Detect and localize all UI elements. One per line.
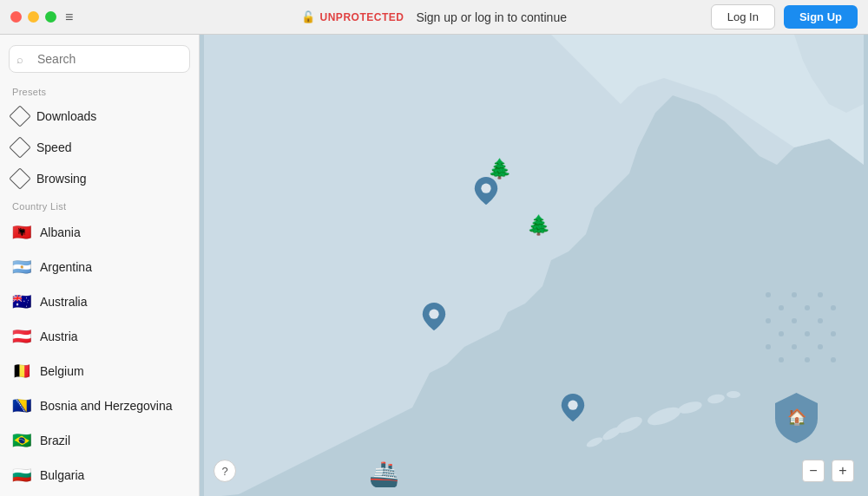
- unprotected-badge: 🔓 UNPROTECTED: [301, 10, 404, 23]
- preset-browsing[interactable]: Browsing: [0, 163, 199, 194]
- map-svg: [200, 35, 868, 496]
- svg-point-15: [792, 318, 797, 323]
- tree-icon-2: 🌲: [527, 214, 550, 237]
- country-item[interactable]: 🇦🇷Argentina: [0, 250, 199, 284]
- country-item[interactable]: 🇦🇱Albania: [0, 215, 199, 250]
- svg-point-9: [779, 305, 784, 310]
- close-button[interactable]: [10, 11, 22, 23]
- svg-point-18: [766, 344, 771, 349]
- preset-downloads-label: Downloads: [36, 109, 96, 123]
- country-flag: 🇦🇱: [12, 223, 31, 242]
- svg-point-22: [818, 344, 823, 349]
- svg-point-20: [792, 344, 797, 349]
- svg-point-8: [766, 292, 771, 297]
- country-item[interactable]: 🇦🇺Australia: [0, 284, 199, 319]
- country-flag: 🇧🇪: [12, 362, 31, 381]
- diamond-icon: [9, 136, 30, 158]
- country-list-label: Country List: [0, 194, 199, 215]
- map-area: 🌲 🌲 🚢 🏠: [200, 35, 868, 496]
- country-item[interactable]: 🇧🇷Brazil: [0, 423, 199, 458]
- svg-point-27: [429, 310, 438, 319]
- titlebar-center: 🔓 UNPROTECTED Sign up or log in to conti…: [301, 10, 567, 24]
- preset-browsing-label: Browsing: [36, 172, 87, 186]
- country-list: 🇦🇱Albania🇦🇷Argentina🇦🇺Australia🇦🇹Austria…: [0, 215, 199, 496]
- main-content: ⌕ Presets Downloads Speed Browsing Count…: [0, 35, 868, 496]
- country-name: Bulgaria: [40, 468, 84, 482]
- map-pin-3: [561, 394, 585, 425]
- diamond-icon: [9, 105, 30, 127]
- country-flag: 🇧🇦: [12, 396, 31, 415]
- svg-point-25: [831, 357, 836, 362]
- preset-speed-label: Speed: [36, 140, 71, 154]
- zoom-minus-button[interactable]: −: [802, 460, 825, 482]
- minimize-button[interactable]: [28, 11, 39, 23]
- svg-text:🏠: 🏠: [787, 408, 807, 427]
- traffic-lights: [10, 11, 56, 23]
- svg-point-21: [805, 357, 810, 362]
- country-item[interactable]: 🇦🇹Austria: [0, 319, 199, 354]
- titlebar: ≡ 🔓 UNPROTECTED Sign up or log in to con…: [0, 0, 868, 35]
- center-message: Sign up or log in to continue: [416, 10, 567, 24]
- svg-point-12: [818, 292, 823, 297]
- country-item[interactable]: 🇧🇦Bosnia and Herzegovina: [0, 388, 199, 423]
- svg-point-28: [568, 401, 577, 410]
- home-shield-icon: 🏠: [773, 391, 820, 448]
- country-flag: 🇦🇷: [12, 258, 31, 277]
- help-label: ?: [221, 465, 227, 478]
- country-flag: 🇧🇬: [12, 466, 31, 485]
- svg-point-17: [818, 318, 823, 323]
- presets-label: Presets: [0, 80, 199, 101]
- svg-point-14: [779, 331, 784, 336]
- country-name: Australia: [40, 295, 87, 309]
- country-name: Albania: [40, 225, 81, 239]
- preset-downloads[interactable]: Downloads: [0, 101, 199, 132]
- country-name: Brazil: [40, 434, 70, 447]
- menu-icon[interactable]: ≡: [65, 10, 73, 25]
- svg-point-16: [805, 331, 810, 336]
- search-input[interactable]: [9, 45, 190, 73]
- country-flag: 🇦🇹: [12, 327, 31, 346]
- search-icon: ⌕: [16, 53, 23, 66]
- sidebar: ⌕ Presets Downloads Speed Browsing Count…: [0, 35, 200, 496]
- help-button[interactable]: ?: [214, 460, 236, 482]
- svg-point-19: [779, 357, 784, 362]
- preset-speed[interactable]: Speed: [0, 132, 199, 163]
- country-item[interactable]: 🇧🇪Belgium: [0, 354, 199, 388]
- diamond-icon: [9, 167, 30, 189]
- country-item[interactable]: 🇧🇬Bulgaria: [0, 458, 199, 493]
- svg-point-24: [831, 305, 836, 310]
- country-flag: 🇧🇷: [12, 431, 31, 450]
- signup-button[interactable]: Sign Up: [784, 5, 858, 29]
- zoom-plus-button[interactable]: +: [832, 460, 854, 482]
- map-pin-2: [422, 303, 446, 334]
- ship-icon: 🚢: [369, 460, 399, 488]
- svg-point-11: [805, 305, 810, 310]
- unprotected-label: UNPROTECTED: [320, 11, 404, 23]
- svg-point-26: [481, 184, 490, 193]
- svg-point-10: [792, 292, 797, 297]
- zoom-controls: − +: [802, 460, 854, 482]
- titlebar-right: Log In Sign Up: [711, 4, 858, 29]
- svg-point-23: [831, 331, 836, 336]
- country-name: Belgium: [40, 364, 84, 378]
- maximize-button[interactable]: [45, 11, 56, 23]
- login-button[interactable]: Log In: [711, 4, 775, 29]
- country-flag: 🇦🇺: [12, 292, 31, 311]
- svg-point-13: [766, 318, 771, 323]
- svg-point-4: [727, 391, 740, 398]
- country-name: Austria: [40, 330, 78, 343]
- map-pin-1: [474, 177, 498, 208]
- country-name: Bosnia and Herzegovina: [40, 399, 173, 413]
- search-wrap: ⌕: [0, 35, 199, 80]
- country-name: Argentina: [40, 260, 92, 274]
- country-item[interactable]: 🇨🇦Canada: [0, 493, 199, 496]
- lock-icon: 🔓: [301, 10, 316, 23]
